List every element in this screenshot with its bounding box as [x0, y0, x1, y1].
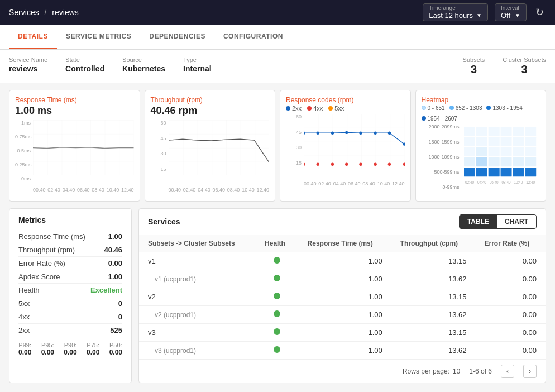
- cell-response-time: 1.00: [299, 342, 391, 360]
- pagination-info: 1-6 of 6: [469, 367, 492, 375]
- metric-2xx: 2xx 525: [18, 324, 122, 337]
- throughput-chart: Throughput (rpm) 40.46 rpm 60 45 30 15: [145, 90, 276, 202]
- table-row[interactable]: v1 (ucpprod1) 1.00 13.62 0.00: [139, 270, 546, 288]
- table-toggle-button[interactable]: TABLE: [460, 215, 497, 228]
- breadcrumb-services[interactable]: Services: [9, 8, 39, 17]
- throughput-title: Throughput (rpm): [151, 96, 270, 104]
- tab-configuration[interactable]: CONFIGURATION: [214, 25, 292, 49]
- field-state: State Controlled: [65, 56, 104, 73]
- svg-rect-32: [476, 147, 487, 156]
- table-row[interactable]: v2 1.00 13.15 0.00: [139, 288, 546, 306]
- svg-point-17: [388, 163, 391, 166]
- table-row[interactable]: v2 (ucpprod1) 1.00 13.62 0.00: [139, 306, 546, 324]
- col-subsets: Subsets -> Cluster Subsets: [139, 235, 256, 252]
- prev-page-button[interactable]: ‹: [501, 365, 514, 378]
- response-time-chart: Response Time (ms) 1.00 ms 1ms 0.75ms 0.…: [9, 90, 140, 202]
- svg-point-9: [388, 132, 391, 135]
- metric-health-label: Health: [18, 286, 40, 294]
- rows-per-page-value[interactable]: 10: [453, 367, 460, 375]
- svg-point-5: [331, 132, 334, 135]
- legend-2xx: 2xx: [286, 105, 302, 112]
- p50-value: 0.00: [109, 348, 122, 356]
- svg-rect-38: [476, 157, 487, 166]
- legend-5xx: 5xx: [328, 105, 344, 112]
- response-codes-y-axis: 60 45 30 15: [286, 114, 304, 175]
- metric-apdex-label: Apdex Score: [18, 273, 60, 281]
- p99-label: P99:: [18, 342, 31, 348]
- cluster-subsets-label: Cluster Subsets: [503, 56, 546, 63]
- cell-error-rate: 0.00: [475, 270, 546, 288]
- legend-4xx: 4xx: [307, 105, 323, 112]
- chart-toggle-button[interactable]: CHART: [497, 215, 536, 228]
- cell-subset-name: v2 (ucpprod1): [139, 306, 256, 324]
- svg-text:04:40: 04:40: [477, 180, 486, 184]
- metric-error-rate-value: 0.00: [108, 259, 122, 267]
- heatmap-legend-652: 652 - 1303: [449, 105, 482, 111]
- svg-point-8: [374, 132, 376, 135]
- svg-point-16: [374, 163, 376, 166]
- cell-subset-name: v2: [139, 288, 256, 306]
- rows-per-page-label: Rows per page:: [403, 367, 449, 375]
- throughput-value: 40.46 rpm: [151, 105, 270, 117]
- col-throughput: Throughput (cpm): [391, 235, 476, 252]
- svg-text:02:40: 02:40: [465, 180, 474, 184]
- svg-rect-27: [488, 137, 499, 146]
- metric-5xx: 5xx 0: [18, 297, 122, 310]
- metric-health-value: Excellent: [90, 286, 122, 294]
- type-value: Internal: [183, 64, 212, 73]
- response-time-svg: [33, 120, 134, 175]
- tab-service-metrics[interactable]: SERVICE METRICS: [57, 25, 140, 49]
- metric-health: Health Excellent: [18, 284, 122, 297]
- cell-throughput: 13.15: [391, 324, 476, 342]
- svg-point-13: [331, 163, 334, 166]
- p95-label: P95:: [41, 342, 54, 348]
- svg-point-14: [345, 163, 348, 166]
- p99-value: 0.00: [18, 348, 31, 356]
- svg-rect-43: [464, 168, 475, 176]
- svg-rect-22: [500, 127, 511, 136]
- type-label: Type: [183, 56, 212, 63]
- metrics-panel: Metrics Response Time (ms) 1.00 Throughp…: [9, 208, 132, 383]
- metric-throughput-label: Throughput (rpm): [18, 246, 75, 254]
- svg-rect-28: [500, 137, 511, 146]
- svg-rect-31: [464, 147, 475, 156]
- svg-rect-21: [488, 127, 499, 136]
- response-time-y-axis: 1ms 0.75ms 0.5ms 0.25ms 0ms: [15, 120, 33, 181]
- refresh-button[interactable]: ↻: [533, 4, 546, 21]
- throughput-y-axis: 60 45 30 15: [151, 120, 169, 181]
- table-row[interactable]: v3 1.00 13.15 0.00: [139, 324, 546, 342]
- svg-rect-40: [500, 157, 511, 166]
- services-title: Services: [148, 217, 180, 226]
- tab-details[interactable]: DETAILS: [9, 25, 57, 49]
- top-bar-controls: Timerange Last 12 hours ▼ Interval Off ▼…: [423, 3, 546, 21]
- svg-rect-34: [500, 147, 511, 156]
- p75-label: P75:: [87, 342, 99, 348]
- percentile-row: P99: 0.00 P95: 0.00 P90: 0.00 P75: 0.00 …: [18, 337, 122, 356]
- timerange-label: Timerange: [429, 5, 482, 11]
- response-codes-svg: [304, 114, 405, 169]
- metric-throughput: Throughput (rpm) 40.46: [18, 243, 122, 257]
- svg-rect-2: [304, 114, 405, 169]
- metric-4xx: 4xx 0: [18, 310, 122, 324]
- svg-rect-42: [525, 157, 536, 166]
- metric-4xx-label: 4xx: [18, 313, 30, 321]
- svg-rect-26: [476, 137, 487, 146]
- response-codes-legend: 2xx 4xx 5xx: [286, 105, 405, 112]
- cell-subset-name: v1 (ucpprod1): [139, 270, 256, 288]
- table-row[interactable]: v3 (ucpprod1) 1.00 13.62 0.00: [139, 342, 546, 360]
- state-value: Controlled: [65, 64, 104, 73]
- cell-health: [256, 270, 299, 288]
- svg-rect-25: [464, 137, 475, 146]
- metric-apdex: Apdex Score 1.00: [18, 270, 122, 284]
- p90: P90: 0.00: [64, 342, 76, 356]
- next-page-button[interactable]: ›: [523, 365, 537, 378]
- heatmap-grid-area: 02:40 04:40 06:40 08:40 10:40 12:40: [464, 124, 540, 190]
- interval-selector[interactable]: Interval Off ▼: [495, 3, 527, 21]
- cluster-subsets-value: 3: [503, 63, 546, 76]
- table-row[interactable]: v1 1.00 13.15 0.00: [139, 252, 546, 270]
- svg-rect-30: [525, 137, 536, 146]
- svg-point-7: [359, 132, 362, 135]
- tab-dependencies[interactable]: DEPENDENCIES: [140, 25, 214, 49]
- timerange-selector[interactable]: Timerange Last 12 hours ▼: [423, 3, 488, 21]
- state-label: State: [65, 56, 104, 63]
